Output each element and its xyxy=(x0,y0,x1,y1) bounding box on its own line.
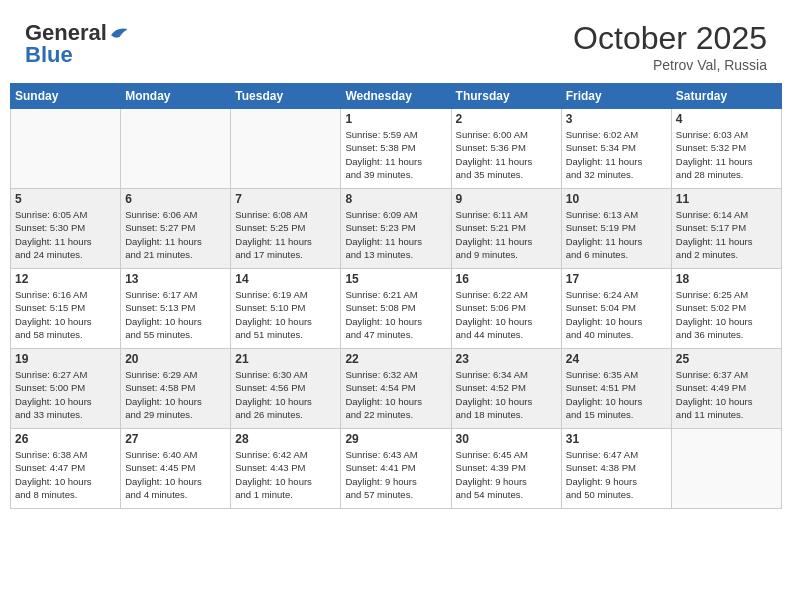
day-number: 16 xyxy=(456,272,557,286)
table-row: 16Sunrise: 6:22 AM Sunset: 5:06 PM Dayli… xyxy=(451,269,561,349)
day-info: Sunrise: 6:40 AM Sunset: 4:45 PM Dayligh… xyxy=(125,448,226,501)
day-number: 9 xyxy=(456,192,557,206)
day-number: 19 xyxy=(15,352,116,366)
table-row: 17Sunrise: 6:24 AM Sunset: 5:04 PM Dayli… xyxy=(561,269,671,349)
table-row: 13Sunrise: 6:17 AM Sunset: 5:13 PM Dayli… xyxy=(121,269,231,349)
table-row: 6Sunrise: 6:06 AM Sunset: 5:27 PM Daylig… xyxy=(121,189,231,269)
calendar-week-row: 26Sunrise: 6:38 AM Sunset: 4:47 PM Dayli… xyxy=(11,429,782,509)
day-info: Sunrise: 6:34 AM Sunset: 4:52 PM Dayligh… xyxy=(456,368,557,421)
day-number: 27 xyxy=(125,432,226,446)
day-info: Sunrise: 6:02 AM Sunset: 5:34 PM Dayligh… xyxy=(566,128,667,181)
day-number: 11 xyxy=(676,192,777,206)
day-info: Sunrise: 6:30 AM Sunset: 4:56 PM Dayligh… xyxy=(235,368,336,421)
day-info: Sunrise: 6:00 AM Sunset: 5:36 PM Dayligh… xyxy=(456,128,557,181)
day-info: Sunrise: 6:06 AM Sunset: 5:27 PM Dayligh… xyxy=(125,208,226,261)
table-row: 3Sunrise: 6:02 AM Sunset: 5:34 PM Daylig… xyxy=(561,109,671,189)
day-number: 29 xyxy=(345,432,446,446)
day-info: Sunrise: 6:03 AM Sunset: 5:32 PM Dayligh… xyxy=(676,128,777,181)
day-number: 3 xyxy=(566,112,667,126)
col-monday: Monday xyxy=(121,84,231,109)
col-sunday: Sunday xyxy=(11,84,121,109)
table-row: 30Sunrise: 6:45 AM Sunset: 4:39 PM Dayli… xyxy=(451,429,561,509)
page-header: General Blue October 2025 Petrov Val, Ru… xyxy=(10,10,782,78)
table-row: 14Sunrise: 6:19 AM Sunset: 5:10 PM Dayli… xyxy=(231,269,341,349)
day-number: 18 xyxy=(676,272,777,286)
table-row xyxy=(121,109,231,189)
day-number: 15 xyxy=(345,272,446,286)
day-info: Sunrise: 6:21 AM Sunset: 5:08 PM Dayligh… xyxy=(345,288,446,341)
logo: General Blue xyxy=(25,20,129,68)
day-number: 10 xyxy=(566,192,667,206)
title-block: October 2025 Petrov Val, Russia xyxy=(573,20,767,73)
day-info: Sunrise: 6:43 AM Sunset: 4:41 PM Dayligh… xyxy=(345,448,446,501)
table-row: 15Sunrise: 6:21 AM Sunset: 5:08 PM Dayli… xyxy=(341,269,451,349)
day-info: Sunrise: 6:24 AM Sunset: 5:04 PM Dayligh… xyxy=(566,288,667,341)
day-info: Sunrise: 6:47 AM Sunset: 4:38 PM Dayligh… xyxy=(566,448,667,501)
table-row: 20Sunrise: 6:29 AM Sunset: 4:58 PM Dayli… xyxy=(121,349,231,429)
day-info: Sunrise: 6:19 AM Sunset: 5:10 PM Dayligh… xyxy=(235,288,336,341)
day-number: 28 xyxy=(235,432,336,446)
table-row: 10Sunrise: 6:13 AM Sunset: 5:19 PM Dayli… xyxy=(561,189,671,269)
day-info: Sunrise: 6:17 AM Sunset: 5:13 PM Dayligh… xyxy=(125,288,226,341)
day-number: 21 xyxy=(235,352,336,366)
table-row: 25Sunrise: 6:37 AM Sunset: 4:49 PM Dayli… xyxy=(671,349,781,429)
col-saturday: Saturday xyxy=(671,84,781,109)
table-row: 5Sunrise: 6:05 AM Sunset: 5:30 PM Daylig… xyxy=(11,189,121,269)
col-thursday: Thursday xyxy=(451,84,561,109)
table-row: 9Sunrise: 6:11 AM Sunset: 5:21 PM Daylig… xyxy=(451,189,561,269)
day-info: Sunrise: 6:14 AM Sunset: 5:17 PM Dayligh… xyxy=(676,208,777,261)
day-number: 4 xyxy=(676,112,777,126)
table-row xyxy=(11,109,121,189)
day-info: Sunrise: 6:37 AM Sunset: 4:49 PM Dayligh… xyxy=(676,368,777,421)
logo-bird-icon xyxy=(109,25,129,41)
table-row: 22Sunrise: 6:32 AM Sunset: 4:54 PM Dayli… xyxy=(341,349,451,429)
table-row: 26Sunrise: 6:38 AM Sunset: 4:47 PM Dayli… xyxy=(11,429,121,509)
calendar-week-row: 12Sunrise: 6:16 AM Sunset: 5:15 PM Dayli… xyxy=(11,269,782,349)
calendar-week-row: 19Sunrise: 6:27 AM Sunset: 5:00 PM Dayli… xyxy=(11,349,782,429)
day-info: Sunrise: 6:16 AM Sunset: 5:15 PM Dayligh… xyxy=(15,288,116,341)
table-row: 12Sunrise: 6:16 AM Sunset: 5:15 PM Dayli… xyxy=(11,269,121,349)
day-number: 25 xyxy=(676,352,777,366)
day-info: Sunrise: 5:59 AM Sunset: 5:38 PM Dayligh… xyxy=(345,128,446,181)
table-row: 19Sunrise: 6:27 AM Sunset: 5:00 PM Dayli… xyxy=(11,349,121,429)
location: Petrov Val, Russia xyxy=(573,57,767,73)
day-number: 20 xyxy=(125,352,226,366)
day-info: Sunrise: 6:32 AM Sunset: 4:54 PM Dayligh… xyxy=(345,368,446,421)
day-number: 1 xyxy=(345,112,446,126)
table-row: 11Sunrise: 6:14 AM Sunset: 5:17 PM Dayli… xyxy=(671,189,781,269)
day-info: Sunrise: 6:08 AM Sunset: 5:25 PM Dayligh… xyxy=(235,208,336,261)
table-row: 28Sunrise: 6:42 AM Sunset: 4:43 PM Dayli… xyxy=(231,429,341,509)
day-info: Sunrise: 6:27 AM Sunset: 5:00 PM Dayligh… xyxy=(15,368,116,421)
table-row: 8Sunrise: 6:09 AM Sunset: 5:23 PM Daylig… xyxy=(341,189,451,269)
table-row: 23Sunrise: 6:34 AM Sunset: 4:52 PM Dayli… xyxy=(451,349,561,429)
day-number: 13 xyxy=(125,272,226,286)
day-number: 26 xyxy=(15,432,116,446)
table-row: 21Sunrise: 6:30 AM Sunset: 4:56 PM Dayli… xyxy=(231,349,341,429)
day-number: 5 xyxy=(15,192,116,206)
day-info: Sunrise: 6:42 AM Sunset: 4:43 PM Dayligh… xyxy=(235,448,336,501)
calendar-header-row: Sunday Monday Tuesday Wednesday Thursday… xyxy=(11,84,782,109)
table-row xyxy=(231,109,341,189)
day-number: 22 xyxy=(345,352,446,366)
day-number: 7 xyxy=(235,192,336,206)
table-row: 31Sunrise: 6:47 AM Sunset: 4:38 PM Dayli… xyxy=(561,429,671,509)
table-row: 29Sunrise: 6:43 AM Sunset: 4:41 PM Dayli… xyxy=(341,429,451,509)
day-number: 30 xyxy=(456,432,557,446)
logo-blue: Blue xyxy=(25,42,73,68)
day-number: 24 xyxy=(566,352,667,366)
day-number: 8 xyxy=(345,192,446,206)
day-info: Sunrise: 6:22 AM Sunset: 5:06 PM Dayligh… xyxy=(456,288,557,341)
day-info: Sunrise: 6:35 AM Sunset: 4:51 PM Dayligh… xyxy=(566,368,667,421)
day-info: Sunrise: 6:13 AM Sunset: 5:19 PM Dayligh… xyxy=(566,208,667,261)
day-info: Sunrise: 6:11 AM Sunset: 5:21 PM Dayligh… xyxy=(456,208,557,261)
col-tuesday: Tuesday xyxy=(231,84,341,109)
calendar-week-row: 5Sunrise: 6:05 AM Sunset: 5:30 PM Daylig… xyxy=(11,189,782,269)
table-row xyxy=(671,429,781,509)
day-info: Sunrise: 6:38 AM Sunset: 4:47 PM Dayligh… xyxy=(15,448,116,501)
day-number: 23 xyxy=(456,352,557,366)
col-wednesday: Wednesday xyxy=(341,84,451,109)
day-number: 14 xyxy=(235,272,336,286)
day-info: Sunrise: 6:45 AM Sunset: 4:39 PM Dayligh… xyxy=(456,448,557,501)
month-year: October 2025 xyxy=(573,20,767,57)
table-row: 27Sunrise: 6:40 AM Sunset: 4:45 PM Dayli… xyxy=(121,429,231,509)
